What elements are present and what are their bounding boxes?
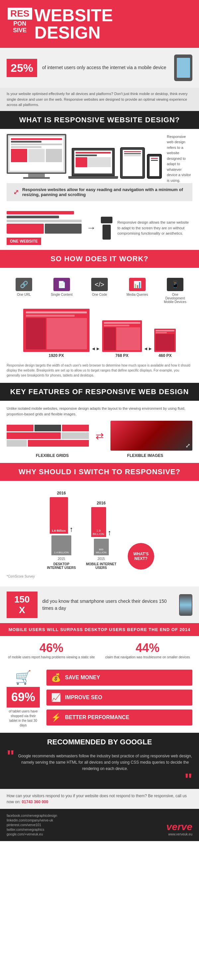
tablet-device: [120, 147, 145, 179]
px-768: 768 PX: [102, 320, 142, 358]
expand-icon: ⤢: [13, 188, 19, 196]
smartphone-icon: [179, 594, 193, 616]
phone-device: [147, 154, 162, 179]
savings-desc: of tablet users have shopped via their t…: [6, 709, 40, 728]
size-desc: Responsive design targets the width of e…: [6, 363, 193, 378]
pon-sive-text: PONSIVE: [13, 21, 27, 34]
arrow-icon: →: [87, 223, 96, 233]
stat-percent: 25%: [6, 59, 37, 77]
one-website-diagram: ONE WEBSITE: [6, 211, 82, 245]
stat-section: 25% of internet users only access the in…: [0, 48, 199, 88]
times-badge: 150 X: [6, 592, 38, 618]
benefit-improve-seo: 📈 IMPROVE SEO: [46, 690, 193, 705]
social-facebook: facebook.com/nervegraphicdesign: [6, 814, 57, 818]
what-desc: Responsive web design refers to a websit…: [167, 134, 193, 183]
flexible-images-visual: ⤢: [111, 421, 193, 450]
social-twitter: twitter.com/nervegraphics: [6, 828, 57, 832]
header-title-line2: DESIGN: [35, 24, 113, 41]
quote-open-icon: ": [6, 750, 14, 763]
improve-seo-label: IMPROVE SEO: [65, 695, 102, 700]
up-arrow-mobile: ↑: [108, 528, 111, 537]
how-section: 🔗 One URL 📄 Single Content </> One Code …: [0, 268, 199, 383]
feature2-label: FLEXIBLE IMAGES: [127, 453, 163, 458]
save-money-label: SAVE MONEY: [65, 675, 100, 681]
cart-icon: 🛒: [15, 670, 32, 685]
footer-cta: How can your visitors respond to you if …: [0, 789, 199, 809]
why-header: WHY SHOULD I SWITCH TO RESPONSIVE?: [0, 463, 199, 481]
monitor-device: [6, 134, 66, 179]
phone-number: 01743 360 000: [22, 800, 48, 804]
devices-icon: 📱: [167, 278, 183, 291]
how-header: SO HOW DOES IT WORK?: [0, 250, 199, 268]
how-item-media: 📊 Media Queries: [124, 278, 150, 304]
features-section: Unlike isolated mobile websites, respons…: [0, 401, 199, 463]
social-linkedin: linkedin.com/company/verve-uk: [6, 818, 57, 822]
pct-section: 46% of mobile users report having proble…: [0, 636, 199, 665]
one-website-desc: Responsive design allows the same websit…: [117, 220, 193, 236]
up-arrow-desktop: ↑: [69, 525, 73, 534]
sub-stat-text: Is your website optimised effectively fo…: [0, 88, 199, 111]
flexible-grids-visual: [6, 425, 89, 447]
better-performance-label: BETTER PERFORMANCE: [65, 714, 130, 721]
what-header: WHAT IS RESPONSIVE WEBSITE DESIGN?: [0, 111, 199, 129]
whats-next: WHAT'S NEXT?: [128, 543, 154, 570]
surpass-bar: MOBILE USERS WILL SURPASS DESKTOP USERS …: [0, 623, 199, 636]
social-google: google.com/+verveuk.eu: [6, 832, 57, 836]
what-caption: ⤢ Responsive websites allow for easy rea…: [6, 183, 193, 201]
laptop-device: [68, 148, 118, 179]
seo-icon: 📈: [51, 693, 61, 702]
arrows-icon: ⇄: [92, 430, 107, 442]
how-item-devices: 📱 One Development Mobile Devices: [162, 278, 188, 304]
comscore: *ComScore Survey: [6, 574, 193, 578]
benefits-list: 💰 SAVE MONEY 📈 IMPROVE SEO ⚡ BETTER PERF…: [46, 670, 193, 725]
desktop-stat: 2016 1.6 Billion ↑ 1.4 BILLION 2015 DESK…: [45, 491, 78, 570]
device-illustration: [174, 54, 193, 81]
header-title-line1: WEBSITE: [35, 6, 113, 24]
performance-icon: ⚡: [51, 713, 61, 722]
how-item-content: 📄 Single Content: [49, 278, 75, 304]
footer-url: www.verveuk.eu: [166, 832, 193, 836]
savings-section: 🛒 69% of tablet users have shopped via t…: [0, 665, 199, 733]
stat-text: of internet users only access the intern…: [42, 64, 169, 71]
brand-block: verve www.verveuk.eu: [166, 821, 193, 836]
benefit-better-performance: ⚡ BETTER PERFORMANCE: [46, 710, 193, 725]
quote-close-icon: ": [6, 776, 193, 784]
header: RES PONSIVE WEBSITE DESIGN: [0, 0, 199, 48]
desktop-bar-large: 1.6 Billion: [50, 497, 68, 534]
media-icon: 📊: [129, 278, 145, 291]
px-1920: 1920 PX: [23, 309, 90, 358]
how-item-url: 🔗 One URL: [11, 278, 37, 304]
recommended-text: Google recommends webmasters follow the …: [18, 753, 193, 772]
features-intro: Unlike isolated mobile websites, respons…: [6, 406, 193, 417]
feature1-label: FLEXIBLE GRIDS: [36, 453, 69, 458]
savings-pct: 69%: [6, 687, 40, 708]
content-icon: 📄: [54, 278, 70, 291]
code-icon: </>: [91, 278, 108, 291]
why-section: 2016 1.6 Billion ↑ 1.4 BILLION 2015 DESK…: [0, 481, 199, 587]
how-icons-row: 🔗 One URL 📄 Single Content </> One Code …: [6, 278, 193, 304]
footer-social: facebook.com/nervegraphicdesign linkedin…: [6, 814, 57, 836]
res-logo: RES: [6, 6, 33, 21]
money-icon: 💰: [51, 673, 61, 682]
mobile-stat: 2016 1.9 BILLION ↑ 800 MILLION 2015 MOBI…: [85, 501, 118, 570]
features-header: KEY FEATURES OF RESPONSIVE WEB DESIGN: [0, 383, 199, 401]
one-website-section: ONE WEBSITE → Responsive design allows t…: [0, 206, 199, 250]
url-icon: 🔗: [16, 278, 32, 291]
pixel-sizes: 1920 PX ◄► 768 PX ◄► 460 PX: [6, 309, 193, 358]
footer-links: facebook.com/nervegraphicdesign linkedin…: [0, 809, 199, 841]
verve-logo: verve: [166, 821, 193, 832]
px-460: 460 PX: [154, 329, 176, 358]
users-stats: 2016 1.6 Billion ↑ 1.4 BILLION 2015 DESK…: [6, 491, 193, 570]
recommended-section: RECOMMENDED BY GOOGLE " Google recommend…: [0, 733, 199, 789]
what-section: Responsive web design refers to a websit…: [0, 129, 199, 206]
pct-46: 46% of mobile users report having proble…: [6, 641, 96, 660]
device-icons-group: [101, 217, 112, 240]
how-item-code: </> One Code: [86, 278, 113, 304]
features-visuals: ⇄ ⤢: [6, 421, 193, 450]
one-website-label: ONE WEBSITE: [6, 238, 41, 245]
savings-left: 🛒 69% of tablet users have shopped via t…: [6, 670, 40, 728]
social-pinterest: pinterest.com/verve101: [6, 823, 57, 827]
times-section: 150 X did you know that smartphone users…: [0, 587, 199, 623]
times-text: did you know that smartphone users check…: [43, 598, 174, 612]
pct-44: 44% claim that navigation was troublesom…: [103, 641, 193, 660]
